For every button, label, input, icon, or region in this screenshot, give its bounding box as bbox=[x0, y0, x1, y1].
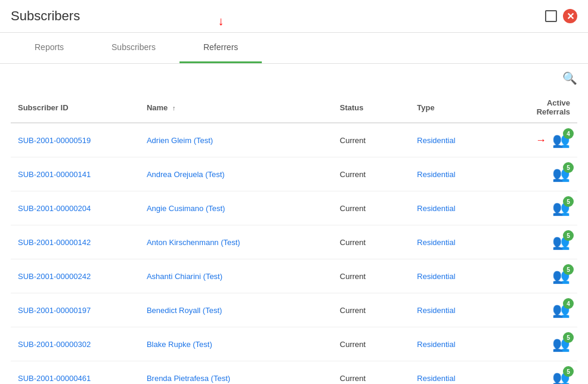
cell-active-referrals[interactable]: →👥4 bbox=[513, 123, 577, 157]
cell-status: Current bbox=[333, 259, 410, 293]
cell-active-referrals[interactable]: 👥5 bbox=[513, 259, 577, 293]
cell-status: Current bbox=[333, 361, 410, 385]
tab-arrow-down: ↓ bbox=[218, 15, 224, 27]
table-row: SUB-2001-00000197Benedict Royall (Test)C… bbox=[11, 293, 577, 327]
col-name[interactable]: Name ↑ bbox=[140, 92, 333, 123]
table-row: ↗SUB-2001-00000519Adrien Gleim (Test)Cur… bbox=[11, 123, 577, 157]
maximize-button[interactable] bbox=[544, 9, 558, 23]
cell-sub-id[interactable]: SUB-2001-00000302 bbox=[11, 327, 140, 361]
cell-status: Current bbox=[333, 293, 410, 327]
table-row: SUB-2001-00000204Angie Cusimano (Test)Cu… bbox=[11, 191, 577, 225]
table-row: SUB-2001-00000461Brenda Pietrafesa (Test… bbox=[11, 361, 577, 385]
cell-sub-id[interactable]: SUB-2001-00000242 bbox=[11, 259, 140, 293]
close-button[interactable]: ✕ bbox=[563, 9, 577, 23]
cell-type[interactable]: Residential bbox=[410, 225, 513, 259]
cell-name[interactable]: Brenda Pietrafesa (Test) bbox=[140, 361, 333, 385]
col-type: Type bbox=[410, 92, 513, 123]
referral-badge-wrapper: 👥5 bbox=[552, 336, 570, 352]
tab-referrers[interactable]: ↓ Referrers bbox=[180, 33, 262, 63]
cell-type[interactable]: Residential bbox=[410, 191, 513, 225]
table-row: SUB-2001-00000141Andrea Orejuela (Test)C… bbox=[11, 157, 577, 191]
referral-count-badge: 5 bbox=[563, 332, 574, 343]
cell-name[interactable]: Benedict Royall (Test) bbox=[140, 293, 333, 327]
referral-badge-wrapper: 👥5 bbox=[552, 268, 570, 284]
title-bar: Subscribers ✕ bbox=[0, 0, 588, 33]
sort-up-icon: ↑ bbox=[172, 104, 176, 112]
cell-sub-id[interactable]: SUB-2001-00000141 bbox=[11, 157, 140, 191]
cell-active-referrals[interactable]: 👥5 bbox=[513, 191, 577, 225]
cell-active-referrals[interactable]: 👥5 bbox=[513, 361, 577, 385]
cell-active-referrals[interactable]: 👥5 bbox=[513, 157, 577, 191]
table-header-row: Subscriber ID Name ↑ Status Type Active … bbox=[11, 92, 577, 123]
referral-badge-wrapper: 👥4 bbox=[552, 302, 570, 318]
cell-type[interactable]: Residential bbox=[410, 157, 513, 191]
referral-count-badge: 4 bbox=[563, 128, 574, 139]
cell-name[interactable]: Angie Cusimano (Test) bbox=[140, 191, 333, 225]
cell-type[interactable]: Residential bbox=[410, 361, 513, 385]
referral-indicator-arrow: → bbox=[536, 134, 546, 147]
referral-badge-wrapper: 👥5 bbox=[552, 370, 570, 384]
cell-name[interactable]: Ashanti Chiarini (Test) bbox=[140, 259, 333, 293]
cell-sub-id[interactable]: SUB-2001-00000197 bbox=[11, 293, 140, 327]
cell-status: Current bbox=[333, 327, 410, 361]
title-bar-icons: ✕ bbox=[544, 9, 577, 23]
referral-count-badge: 5 bbox=[563, 196, 574, 207]
cell-status: Current bbox=[333, 225, 410, 259]
cell-active-referrals[interactable]: 👥5 bbox=[513, 327, 577, 361]
cell-sub-id[interactable]: SUB-2001-00000204 bbox=[11, 191, 140, 225]
cell-type[interactable]: Residential bbox=[410, 327, 513, 361]
cell-name[interactable]: Blake Rupke (Test) bbox=[140, 327, 333, 361]
close-icon: ✕ bbox=[563, 9, 577, 23]
referral-count-badge: 4 bbox=[563, 298, 574, 309]
cell-status: Current bbox=[333, 191, 410, 225]
cell-active-referrals[interactable]: 👥5 bbox=[513, 225, 577, 259]
cell-type[interactable]: Residential bbox=[410, 123, 513, 157]
cell-active-referrals[interactable]: 👥4 bbox=[513, 293, 577, 327]
referral-count-badge: 5 bbox=[563, 230, 574, 241]
search-icon[interactable]: 🔍 bbox=[562, 71, 577, 85]
referral-badge-wrapper: 👥4 bbox=[552, 132, 570, 148]
square-icon bbox=[545, 10, 557, 22]
cell-status: Current bbox=[333, 157, 410, 191]
toolbar: 🔍 bbox=[0, 64, 588, 92]
tab-reports[interactable]: Reports bbox=[11, 33, 88, 63]
tabs-bar: Reports Subscribers ↓ Referrers bbox=[0, 33, 588, 64]
table-row: SUB-2001-00000242Ashanti Chiarini (Test)… bbox=[11, 259, 577, 293]
cell-name[interactable]: Andrea Orejuela (Test) bbox=[140, 157, 333, 191]
referral-count-badge: 5 bbox=[563, 264, 574, 275]
col-status: Status bbox=[333, 92, 410, 123]
referral-count-badge: 5 bbox=[563, 162, 574, 173]
referral-count-badge: 5 bbox=[563, 366, 574, 377]
table-row: SUB-2001-00000142Anton Kirschenmann (Tes… bbox=[11, 225, 577, 259]
cell-sub-id[interactable]: ↗SUB-2001-00000519 bbox=[11, 123, 140, 157]
table-container: Subscriber ID Name ↑ Status Type Active … bbox=[0, 92, 588, 384]
referral-badge-wrapper: 👥5 bbox=[552, 200, 570, 216]
referral-badge-wrapper: 👥5 bbox=[552, 234, 570, 250]
cell-sub-id[interactable]: SUB-2001-00000461 bbox=[11, 361, 140, 385]
col-subscriber-id: Subscriber ID bbox=[11, 92, 140, 123]
app-title: Subscribers bbox=[11, 8, 80, 24]
col-active-referrals: Active Referrals bbox=[513, 92, 577, 123]
cell-type[interactable]: Residential bbox=[410, 293, 513, 327]
referral-badge-wrapper: 👥5 bbox=[552, 166, 570, 182]
referrers-table: Subscriber ID Name ↑ Status Type Active … bbox=[11, 92, 577, 384]
cell-type[interactable]: Residential bbox=[410, 259, 513, 293]
cell-status: Current bbox=[333, 123, 410, 157]
cell-name[interactable]: Adrien Gleim (Test) bbox=[140, 123, 333, 157]
tab-subscribers[interactable]: Subscribers bbox=[88, 33, 180, 63]
table-row: SUB-2001-00000302Blake Rupke (Test)Curre… bbox=[11, 327, 577, 361]
cell-sub-id[interactable]: SUB-2001-00000142 bbox=[11, 225, 140, 259]
cell-name[interactable]: Anton Kirschenmann (Test) bbox=[140, 225, 333, 259]
